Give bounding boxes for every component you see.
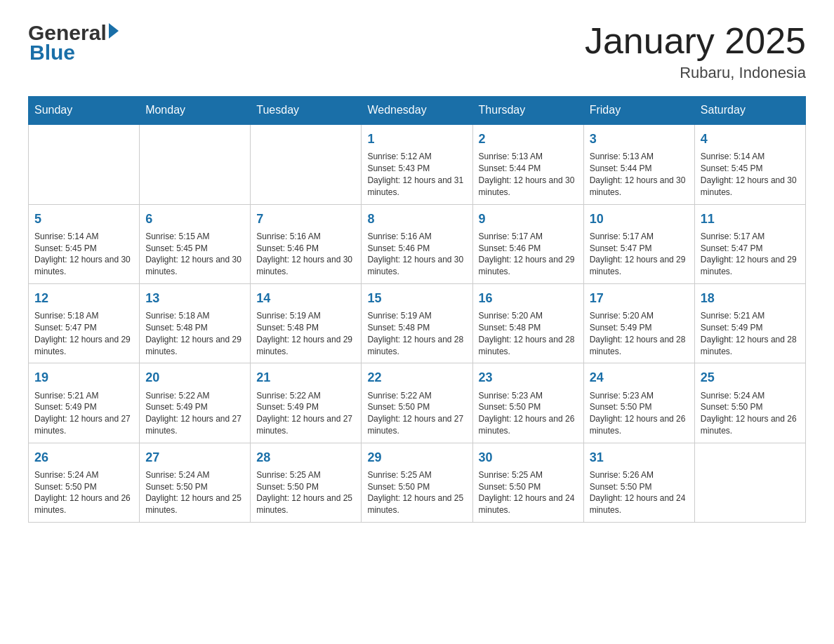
calendar-cell: 3Sunrise: 5:13 AMSunset: 5:44 PMDaylight…: [583, 124, 694, 204]
day-number: 3: [590, 130, 689, 148]
sunset-info: Sunset: 5:50 PM: [590, 402, 652, 412]
week-row-3: 12Sunrise: 5:18 AMSunset: 5:47 PMDayligh…: [29, 283, 806, 363]
sunrise-info: Sunrise: 5:17 AM: [590, 232, 654, 241]
day-number: 19: [34, 369, 133, 387]
daylight-info: Daylight: 12 hours and 30 minutes.: [367, 255, 463, 276]
logo: General Blue: [28, 21, 119, 65]
sunrise-info: Sunrise: 5:17 AM: [479, 232, 543, 241]
daylight-info: Daylight: 12 hours and 29 minutes.: [145, 335, 241, 356]
sunset-info: Sunset: 5:49 PM: [256, 402, 319, 412]
day-header-monday: Monday: [140, 97, 251, 125]
calendar-cell: 2Sunrise: 5:13 AMSunset: 5:44 PMDaylight…: [472, 124, 583, 204]
sunset-info: Sunset: 5:48 PM: [256, 323, 319, 333]
calendar-cell: 31Sunrise: 5:26 AMSunset: 5:50 PMDayligh…: [583, 443, 694, 522]
day-header-thursday: Thursday: [472, 97, 583, 125]
title-section: January 2025 Rubaru, Indonesia: [585, 21, 806, 82]
calendar-cell: 13Sunrise: 5:18 AMSunset: 5:48 PMDayligh…: [140, 283, 251, 363]
sunset-info: Sunset: 5:50 PM: [256, 482, 319, 492]
day-number: 25: [701, 369, 800, 387]
sunset-info: Sunset: 5:47 PM: [701, 243, 763, 253]
daylight-info: Daylight: 12 hours and 27 minutes.: [145, 414, 241, 436]
calendar-cell: 21Sunrise: 5:22 AMSunset: 5:49 PMDayligh…: [251, 363, 362, 443]
daylight-info: Daylight: 12 hours and 27 minutes.: [34, 414, 131, 436]
calendar-cell: 7Sunrise: 5:16 AMSunset: 5:46 PMDaylight…: [251, 204, 362, 283]
daylight-info: Daylight: 12 hours and 30 minutes.: [590, 175, 686, 197]
daylight-info: Daylight: 12 hours and 25 minutes.: [367, 493, 463, 515]
day-number: 4: [701, 130, 800, 148]
day-number: 31: [590, 449, 689, 467]
calendar-cell: 28Sunrise: 5:25 AMSunset: 5:50 PMDayligh…: [251, 443, 362, 522]
calendar-cell: 11Sunrise: 5:17 AMSunset: 5:47 PMDayligh…: [694, 204, 805, 283]
daylight-info: Daylight: 12 hours and 28 minutes.: [479, 335, 575, 356]
day-number: 13: [145, 290, 244, 307]
calendar-cell: 1Sunrise: 5:12 AMSunset: 5:43 PMDaylight…: [362, 124, 472, 204]
sunset-info: Sunset: 5:49 PM: [590, 323, 652, 333]
calendar-cell: 29Sunrise: 5:25 AMSunset: 5:50 PMDayligh…: [362, 443, 472, 522]
sunrise-info: Sunrise: 5:21 AM: [701, 311, 764, 321]
calendar-cell: 14Sunrise: 5:19 AMSunset: 5:48 PMDayligh…: [251, 283, 362, 363]
sunset-info: Sunset: 5:46 PM: [256, 243, 319, 253]
daylight-info: Daylight: 12 hours and 29 minutes.: [256, 335, 352, 356]
calendar-cell: 18Sunrise: 5:21 AMSunset: 5:49 PMDayligh…: [694, 283, 805, 363]
day-number: 7: [256, 210, 355, 228]
daylight-info: Daylight: 12 hours and 30 minutes.: [479, 175, 575, 197]
sunrise-info: Sunrise: 5:20 AM: [590, 311, 654, 321]
day-header-saturday: Saturday: [694, 97, 805, 125]
sunrise-info: Sunrise: 5:21 AM: [34, 391, 98, 401]
day-number: 23: [479, 369, 578, 387]
sunrise-info: Sunrise: 5:13 AM: [590, 152, 654, 161]
sunrise-info: Sunrise: 5:13 AM: [479, 152, 543, 161]
sunset-info: Sunset: 5:49 PM: [145, 402, 208, 412]
daylight-info: Daylight: 12 hours and 27 minutes.: [367, 414, 463, 436]
sunset-info: Sunset: 5:48 PM: [145, 323, 208, 333]
calendar-cell: 4Sunrise: 5:14 AMSunset: 5:45 PMDaylight…: [694, 124, 805, 204]
logo-blue-text: Blue: [28, 41, 119, 65]
sunset-info: Sunset: 5:45 PM: [701, 163, 763, 173]
sunset-info: Sunset: 5:45 PM: [34, 243, 97, 253]
sunset-info: Sunset: 5:50 PM: [367, 402, 430, 412]
day-number: 17: [590, 290, 689, 307]
day-number: 14: [256, 290, 355, 307]
sunrise-info: Sunrise: 5:22 AM: [145, 391, 209, 401]
calendar-cell: 30Sunrise: 5:25 AMSunset: 5:50 PMDayligh…: [472, 443, 583, 522]
calendar-cell: 27Sunrise: 5:24 AMSunset: 5:50 PMDayligh…: [140, 443, 251, 522]
sunset-info: Sunset: 5:47 PM: [34, 323, 97, 333]
calendar-cell: 10Sunrise: 5:17 AMSunset: 5:47 PMDayligh…: [583, 204, 694, 283]
daylight-info: Daylight: 12 hours and 25 minutes.: [145, 493, 241, 515]
day-number: 9: [479, 210, 578, 228]
sunset-info: Sunset: 5:47 PM: [590, 243, 652, 253]
sunrise-info: Sunrise: 5:24 AM: [145, 470, 209, 480]
calendar-cell: 20Sunrise: 5:22 AMSunset: 5:49 PMDayligh…: [140, 363, 251, 443]
calendar-cell: 8Sunrise: 5:16 AMSunset: 5:46 PMDaylight…: [362, 204, 472, 283]
sunrise-info: Sunrise: 5:16 AM: [256, 232, 320, 241]
week-row-5: 26Sunrise: 5:24 AMSunset: 5:50 PMDayligh…: [29, 443, 806, 522]
day-number: 10: [590, 210, 689, 228]
week-row-4: 19Sunrise: 5:21 AMSunset: 5:49 PMDayligh…: [29, 363, 806, 443]
sunset-info: Sunset: 5:44 PM: [479, 163, 541, 173]
daylight-info: Daylight: 12 hours and 30 minutes.: [256, 255, 352, 276]
page-header: General Blue January 2025 Rubaru, Indone…: [28, 21, 806, 82]
sunrise-info: Sunrise: 5:23 AM: [590, 391, 654, 401]
calendar-cell: 17Sunrise: 5:20 AMSunset: 5:49 PMDayligh…: [583, 283, 694, 363]
sunrise-info: Sunrise: 5:24 AM: [34, 470, 98, 480]
day-number: 1: [367, 130, 466, 148]
daylight-info: Daylight: 12 hours and 26 minutes.: [590, 414, 686, 436]
day-number: 12: [34, 290, 133, 307]
calendar-cell: 19Sunrise: 5:21 AMSunset: 5:49 PMDayligh…: [29, 363, 140, 443]
day-number: 20: [145, 369, 244, 387]
day-number: 5: [34, 210, 133, 228]
calendar-cell: 22Sunrise: 5:22 AMSunset: 5:50 PMDayligh…: [362, 363, 472, 443]
days-header-row: SundayMondayTuesdayWednesdayThursdayFrid…: [29, 97, 806, 125]
calendar-table: SundayMondayTuesdayWednesdayThursdayFrid…: [28, 96, 806, 523]
sunset-info: Sunset: 5:48 PM: [367, 323, 430, 333]
sunset-info: Sunset: 5:50 PM: [479, 482, 541, 492]
day-number: 26: [34, 449, 133, 467]
calendar-cell: [694, 443, 805, 522]
day-header-sunday: Sunday: [29, 97, 140, 125]
day-number: 29: [367, 449, 466, 467]
sunset-info: Sunset: 5:44 PM: [590, 163, 652, 173]
calendar-title: January 2025: [585, 21, 806, 61]
sunset-info: Sunset: 5:50 PM: [479, 402, 541, 412]
sunset-info: Sunset: 5:50 PM: [701, 402, 763, 412]
calendar-cell: 24Sunrise: 5:23 AMSunset: 5:50 PMDayligh…: [583, 363, 694, 443]
